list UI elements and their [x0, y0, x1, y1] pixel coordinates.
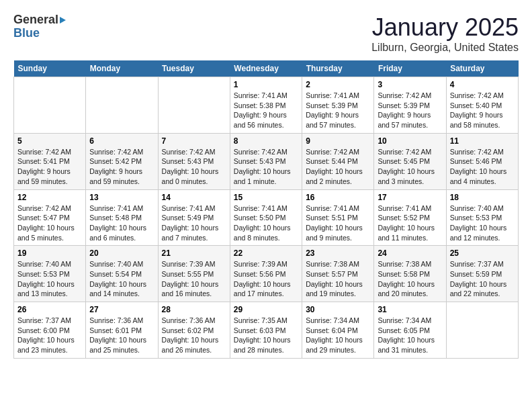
cell-text: Sunrise: 7:34 AM [378, 316, 442, 326]
cell-text: Sunrise: 7:40 AM [450, 203, 515, 214]
calendar-week-row: 1Sunrise: 7:41 AMSunset: 5:38 PMDaylight… [14, 77, 519, 134]
cell-text: Daylight: 10 hours and 4 minutes. [450, 167, 515, 186]
cell-text: Sunset: 5:40 PM [450, 101, 515, 111]
cell-text: Sunset: 5:55 PM [162, 269, 226, 279]
calendar-week-row: 19Sunrise: 7:40 AMSunset: 5:53 PMDayligh… [14, 246, 519, 302]
cell-text: Daylight: 10 hours and 3 minutes. [378, 167, 442, 186]
subtitle: Lilburn, Georgia, United States [371, 42, 519, 54]
cell-text: Daylight: 10 hours and 31 minutes. [378, 335, 442, 355]
cell-text: Sunset: 5:43 PM [234, 156, 298, 167]
table-row: 10Sunrise: 7:42 AMSunset: 5:45 PMDayligh… [374, 133, 446, 189]
cell-text: Sunset: 5:50 PM [234, 213, 298, 223]
day-number: 27 [89, 305, 154, 314]
cell-text: Sunrise: 7:38 AM [306, 259, 370, 269]
cell-text: Sunset: 5:51 PM [306, 213, 370, 223]
cell-text: Daylight: 10 hours and 9 minutes. [306, 223, 370, 242]
cell-text: Daylight: 9 hours and 59 minutes. [89, 167, 154, 186]
cell-text: Sunrise: 7:42 AM [450, 91, 515, 101]
day-number: 1 [234, 80, 298, 89]
table-row [158, 77, 230, 134]
table-row: 1Sunrise: 7:41 AMSunset: 5:38 PMDaylight… [230, 77, 302, 134]
cell-text: Sunrise: 7:41 AM [162, 203, 226, 214]
cell-text: Sunset: 6:04 PM [306, 326, 370, 336]
day-number: 12 [17, 193, 82, 202]
logo-blue-text: Blue [13, 27, 40, 40]
cell-text: Sunset: 6:00 PM [17, 326, 82, 336]
cell-text: Sunrise: 7:41 AM [306, 203, 370, 214]
cell-text: Sunrise: 7:41 AM [378, 203, 442, 214]
cell-text: Sunset: 5:47 PM [17, 213, 82, 223]
table-row: 16Sunrise: 7:41 AMSunset: 5:51 PMDayligh… [302, 189, 374, 246]
header-tuesday: Tuesday [158, 60, 230, 77]
cell-text: Daylight: 10 hours and 22 minutes. [450, 279, 515, 299]
cell-text: Sunset: 5:45 PM [378, 156, 442, 167]
cell-text: Sunrise: 7:39 AM [162, 259, 226, 269]
cell-text: Daylight: 10 hours and 28 minutes. [234, 335, 298, 355]
cell-text: Sunrise: 7:42 AM [162, 147, 226, 157]
cell-text: Daylight: 10 hours and 11 minutes. [378, 223, 442, 242]
cell-text: Sunrise: 7:39 AM [234, 259, 298, 269]
day-number: 17 [378, 193, 442, 202]
day-number: 3 [378, 80, 442, 89]
cell-text: Sunrise: 7:42 AM [17, 147, 82, 157]
cell-text: Daylight: 10 hours and 12 minutes. [450, 223, 515, 242]
cell-text: Sunset: 5:49 PM [162, 213, 226, 223]
calendar-table: Sunday Monday Tuesday Wednesday Thursday… [13, 60, 519, 359]
table-row: 23Sunrise: 7:38 AMSunset: 5:57 PMDayligh… [302, 246, 374, 302]
table-row: 2Sunrise: 7:41 AMSunset: 5:39 PMDaylight… [302, 77, 374, 134]
cell-text: Daylight: 10 hours and 0 minutes. [162, 167, 226, 186]
cell-text: Daylight: 9 hours and 58 minutes. [450, 110, 515, 130]
cell-text: Sunrise: 7:42 AM [17, 203, 82, 214]
table-row: 12Sunrise: 7:42 AMSunset: 5:47 PMDayligh… [14, 189, 86, 246]
cell-text: Sunrise: 7:37 AM [450, 259, 515, 269]
day-number: 24 [378, 248, 442, 258]
cell-text: Sunset: 5:44 PM [306, 156, 370, 167]
cell-text: Sunset: 6:01 PM [89, 326, 154, 336]
table-row: 20Sunrise: 7:40 AMSunset: 5:54 PMDayligh… [86, 246, 158, 302]
cell-text: Sunrise: 7:36 AM [89, 316, 154, 326]
header-monday: Monday [86, 60, 158, 77]
day-number: 21 [162, 248, 226, 258]
cell-text: Sunset: 5:39 PM [378, 101, 442, 111]
table-row: 25Sunrise: 7:37 AMSunset: 5:59 PMDayligh… [446, 246, 518, 302]
calendar-header-row: Sunday Monday Tuesday Wednesday Thursday… [14, 60, 519, 77]
header-saturday: Saturday [446, 60, 518, 77]
day-number: 2 [306, 80, 370, 89]
table-row: 11Sunrise: 7:42 AMSunset: 5:46 PMDayligh… [446, 133, 518, 189]
table-row: 17Sunrise: 7:41 AMSunset: 5:52 PMDayligh… [374, 189, 446, 246]
calendar-week-row: 12Sunrise: 7:42 AMSunset: 5:47 PMDayligh… [14, 189, 519, 246]
cell-text: Sunrise: 7:42 AM [450, 147, 515, 157]
cell-text: Sunrise: 7:41 AM [306, 91, 370, 101]
table-row: 7Sunrise: 7:42 AMSunset: 5:43 PMDaylight… [158, 133, 230, 189]
logo: General Blue [13, 13, 66, 40]
table-row: 26Sunrise: 7:37 AMSunset: 6:00 PMDayligh… [14, 302, 86, 359]
cell-text: Daylight: 10 hours and 13 minutes. [17, 279, 82, 299]
cell-text: Sunrise: 7:34 AM [306, 316, 370, 326]
day-number: 30 [306, 305, 370, 314]
day-number: 16 [306, 193, 370, 202]
header-sunday: Sunday [14, 60, 86, 77]
cell-text: Sunrise: 7:42 AM [378, 91, 442, 101]
cell-text: Sunset: 6:02 PM [162, 326, 226, 336]
cell-text: Daylight: 9 hours and 59 minutes. [17, 167, 82, 186]
cell-text: Sunrise: 7:38 AM [378, 259, 442, 269]
cell-text: Sunset: 5:52 PM [378, 213, 442, 223]
cell-text: Sunset: 5:57 PM [306, 269, 370, 279]
cell-text: Sunset: 5:56 PM [234, 269, 298, 279]
cell-text: Sunrise: 7:36 AM [162, 316, 226, 326]
table-row: 8Sunrise: 7:42 AMSunset: 5:43 PMDaylight… [230, 133, 302, 189]
cell-text: Daylight: 10 hours and 16 minutes. [162, 279, 226, 299]
day-number: 5 [17, 136, 82, 146]
cell-text: Sunset: 6:05 PM [378, 326, 442, 336]
day-number: 18 [450, 193, 515, 202]
cell-text: Sunset: 5:48 PM [89, 213, 154, 223]
cell-text: Daylight: 10 hours and 29 minutes. [306, 335, 370, 355]
table-row: 19Sunrise: 7:40 AMSunset: 5:53 PMDayligh… [14, 246, 86, 302]
day-number: 8 [234, 136, 298, 146]
table-row: 9Sunrise: 7:42 AMSunset: 5:44 PMDaylight… [302, 133, 374, 189]
cell-text: Daylight: 10 hours and 8 minutes. [234, 223, 298, 242]
header-wednesday: Wednesday [230, 60, 302, 77]
cell-text: Daylight: 10 hours and 23 minutes. [17, 335, 82, 355]
table-row: 6Sunrise: 7:42 AMSunset: 5:42 PMDaylight… [86, 133, 158, 189]
day-number: 20 [89, 248, 154, 258]
